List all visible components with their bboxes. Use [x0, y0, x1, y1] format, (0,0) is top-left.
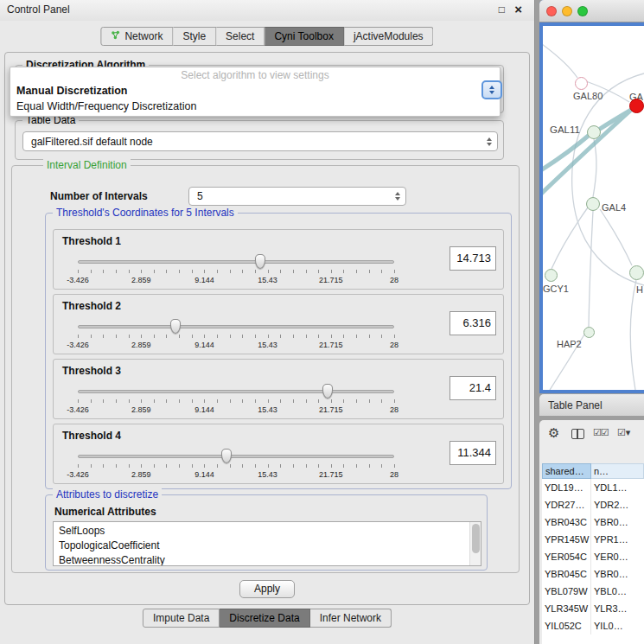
node-label[interactable]: GAL80 — [573, 91, 603, 101]
scale-label: 21.715 — [319, 405, 343, 414]
slider-thumb[interactable] — [255, 254, 265, 269]
scale-label: 28 — [390, 470, 399, 479]
list-item[interactable]: BetweennessCentrality — [54, 553, 481, 566]
scale-label: 21.715 — [319, 341, 343, 349]
gear-icon[interactable]: ⚙ — [548, 425, 559, 441]
network-node[interactable] — [575, 77, 588, 90]
threshold-slider[interactable]: -3.426 2.859 9.144 15.43 21.715 28 — [78, 252, 394, 289]
list-scrollbar[interactable] — [469, 522, 481, 565]
tab-style[interactable]: Style — [173, 27, 216, 46]
table-row[interactable]: YBR043C YBR0… — [542, 513, 644, 531]
table-row[interactable]: YDR27… YDR2… — [542, 496, 644, 513]
number-of-intervals-select[interactable]: 5 — [188, 187, 406, 206]
column-header-shared-name[interactable]: shared… — [542, 463, 591, 479]
table-row[interactable]: YBR045C YBR0… — [542, 565, 644, 583]
slider-thumb[interactable] — [170, 319, 181, 334]
threshold-panel: Threshold 3 21.4 -3.426 2.859 9.144 15.4… — [53, 359, 504, 419]
network-view-window: GAL80 GA GAL11 GAL4 H GCY1 HAP2 — [539, 0, 644, 393]
threshold-slider[interactable]: -3.426 2.859 9.144 15.43 21.715 28 — [78, 317, 394, 354]
float-window-icon[interactable]: □ — [499, 3, 505, 16]
network-node-selected[interactable] — [629, 99, 644, 113]
scale-label: -3.426 — [67, 341, 89, 349]
threshold-slider[interactable]: -3.426 2.859 9.144 15.43 21.715 28 — [78, 382, 394, 418]
cell-name: YPR1… — [591, 531, 644, 548]
attributes-to-discretize-group: Attributes to discretize Numerical Attri… — [45, 494, 488, 571]
list-item[interactable]: SelfLoops — [54, 524, 481, 539]
scale-label: 28 — [390, 276, 399, 284]
scale-label: 15.43 — [258, 405, 277, 414]
tab-infer-network[interactable]: Infer Network — [310, 609, 392, 628]
scrollbar-thumb[interactable] — [472, 524, 480, 553]
threshold-value-input[interactable]: 6.316 — [450, 311, 496, 335]
number-of-intervals-label: Number of Intervals — [50, 190, 148, 202]
cell-name: YER0… — [591, 548, 644, 565]
node-label[interactable]: GAL11 — [550, 124, 580, 135]
network-node[interactable] — [587, 125, 601, 139]
traffic-zoom-button[interactable] — [577, 6, 588, 16]
tab-label: Cyni Toolbox — [274, 30, 333, 42]
table-row[interactable]: YPR145W YPR1… — [542, 531, 644, 548]
algorithm-dropdown-popup: Select algorithm to view settings Manual… — [10, 67, 501, 117]
tab-select[interactable]: Select — [216, 27, 265, 46]
scale-label: 9.144 — [194, 470, 214, 479]
table-row[interactable]: YLR345W YLR3… — [542, 600, 644, 617]
slider-thumb[interactable] — [322, 384, 333, 399]
slider-track[interactable] — [78, 325, 394, 328]
threshold-slider[interactable]: -3.426 2.859 9.144 15.43 21.715 28 — [78, 447, 394, 483]
tab-jactivemodules[interactable]: jActiveModules — [344, 27, 434, 46]
algorithm-option-equal-width[interactable]: Equal Width/Frequency Discretization — [10, 99, 500, 114]
column-header-name[interactable]: n… — [591, 463, 644, 479]
tab-impute-data[interactable]: Impute Data — [143, 609, 220, 628]
slider-thumb[interactable] — [221, 449, 232, 463]
selected-value: 5 — [197, 190, 203, 202]
threshold-value-input[interactable]: 21.4 — [450, 376, 496, 400]
tab-network[interactable]: Network — [100, 27, 173, 46]
scale-label: 9.144 — [194, 276, 214, 284]
network-node[interactable] — [586, 197, 600, 211]
table-panel-window: ⚙ ☑☑ ☑▾ shared… n… YDL19… YDL1… YDR27… Y… — [539, 420, 644, 644]
tab-discretize-data[interactable]: Discretize Data — [220, 609, 309, 628]
node-label[interactable]: GAL4 — [602, 202, 626, 213]
select-all-icon[interactable]: ☑☑ — [593, 427, 609, 438]
table-row[interactable]: YER054C YER0… — [542, 548, 644, 565]
cell-name: YDR2… — [591, 496, 644, 513]
network-icon — [111, 30, 120, 42]
node-label[interactable]: HAP2 — [557, 339, 582, 349]
network-node[interactable] — [545, 269, 558, 282]
arrow-up-icon — [489, 86, 494, 89]
node-label[interactable]: GCY1 — [543, 284, 569, 294]
apply-button[interactable]: Apply — [239, 580, 295, 598]
traffic-minimize-button[interactable] — [562, 6, 572, 16]
columns-icon[interactable] — [571, 429, 584, 439]
network-canvas[interactable]: GAL80 GA GAL11 GAL4 H GCY1 HAP2 — [543, 26, 644, 390]
algorithm-option-manual[interactable]: Manual Discretization — [10, 83, 500, 99]
table-row[interactable]: YBL079W YBL0… — [542, 583, 644, 600]
algorithm-combo-stepper-icon[interactable] — [481, 80, 502, 99]
threshold-panel: Threshold 4 11.344 -3.426 2.859 9.144 15… — [53, 424, 504, 484]
threshold-value-input[interactable]: 14.713 — [450, 246, 496, 271]
table-row[interactable]: YDL19… YDL1… — [542, 479, 644, 496]
desktop: Control Panel □ × Network — [0, 0, 644, 644]
table-data-select[interactable]: galFiltered.sif default node — [22, 131, 498, 151]
threshold-label: Threshold 4 — [62, 430, 121, 442]
table-body: YDL19… YDL1… YDR27… YDR2… YBR043C YBR0… … — [542, 479, 644, 644]
panel-title: Control Panel — [7, 3, 70, 16]
traffic-close-button[interactable] — [546, 6, 557, 16]
table-panel-title: Table Panel — [548, 399, 603, 411]
slider-track[interactable] — [78, 455, 394, 458]
list-item[interactable]: TopologicalCoefficient — [54, 539, 481, 553]
table-row[interactable]: YIL052C YIL0… — [542, 617, 644, 634]
combo-stepper-icon — [395, 192, 400, 201]
threshold-value-input[interactable]: 11.344 — [450, 441, 496, 465]
cell-shared-name: YIL052C — [542, 617, 591, 634]
selection-menu-icon[interactable]: ☑▾ — [617, 427, 630, 438]
close-icon[interactable]: × — [514, 2, 522, 16]
network-node[interactable] — [583, 327, 595, 338]
numerical-attributes-list: SelfLoops TopologicalCoefficient Between… — [53, 521, 481, 566]
tab-cyni-toolbox[interactable]: Cyni Toolbox — [265, 27, 343, 46]
numerical-attributes-label: Numerical Attributes — [54, 506, 156, 518]
slider-track[interactable] — [78, 260, 394, 264]
network-node[interactable] — [629, 265, 644, 280]
node-label[interactable]: H — [636, 284, 643, 295]
slider-track[interactable] — [78, 390, 394, 393]
